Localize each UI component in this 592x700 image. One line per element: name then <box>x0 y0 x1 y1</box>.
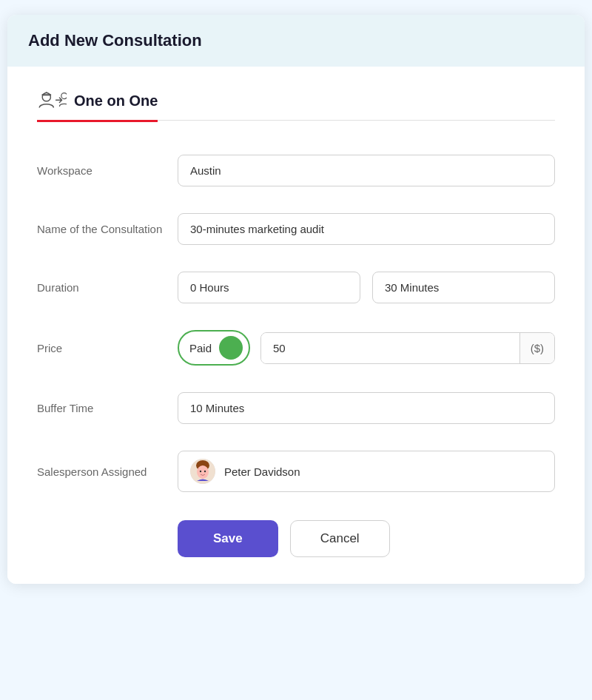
tab-section: One on One <box>37 89 555 121</box>
workspace-input[interactable] <box>178 155 555 186</box>
price-input-group: ($) <box>260 332 555 364</box>
consultation-row: Name of the Consultation <box>37 200 555 258</box>
svg-point-6 <box>200 471 201 472</box>
duration-label: Duration <box>37 280 163 295</box>
duration-hours-input[interactable] <box>178 272 360 303</box>
modal-container: Add New Consultation <box>7 15 585 584</box>
save-button[interactable]: Save <box>178 520 278 557</box>
price-suffix: ($) <box>519 333 554 363</box>
avatar <box>190 459 215 484</box>
svg-point-7 <box>204 471 206 472</box>
price-label: Price <box>37 340 163 356</box>
duration-inputs <box>178 272 555 303</box>
toggle-circle <box>219 336 243 360</box>
salesperson-label: Salesperson Assigned <box>37 464 163 479</box>
paid-label: Paid <box>189 342 212 354</box>
buffer-input[interactable] <box>178 392 555 424</box>
price-row: Price Paid ($) <box>37 317 555 379</box>
price-input[interactable] <box>261 333 519 363</box>
tab-one-on-one[interactable]: One on One <box>37 89 158 122</box>
svg-rect-1 <box>41 94 51 95</box>
tab-label: One on One <box>74 92 158 110</box>
price-group: Paid ($) <box>178 330 555 366</box>
svg-point-2 <box>61 93 67 99</box>
buffer-row: Buffer Time <box>37 379 555 437</box>
workspace-row: Workspace <box>37 141 555 200</box>
modal-body: One on One Workspace Name of the Consult… <box>7 67 585 584</box>
paid-toggle[interactable]: Paid <box>178 330 250 366</box>
form-section: Workspace Name of the Consultation Durat… <box>37 141 555 505</box>
consultation-input[interactable] <box>178 213 555 245</box>
svg-point-5 <box>197 465 209 479</box>
duration-row: Duration <box>37 258 555 317</box>
button-row: Save Cancel <box>37 505 555 557</box>
consultation-label: Name of the Consultation <box>37 221 163 237</box>
salesperson-row: Salesperson Assigned <box>37 437 555 505</box>
duration-minutes-input[interactable] <box>372 272 555 303</box>
workspace-label: Workspace <box>37 163 163 178</box>
modal-title: Add New Consultation <box>28 31 564 50</box>
cancel-button[interactable]: Cancel <box>290 520 390 557</box>
salesperson-field[interactable]: Peter Davidson <box>178 451 555 492</box>
buffer-label: Buffer Time <box>37 400 163 416</box>
modal-header: Add New Consultation <box>7 15 585 67</box>
one-on-one-icon <box>37 89 67 112</box>
salesperson-name: Peter Davidson <box>224 465 300 478</box>
